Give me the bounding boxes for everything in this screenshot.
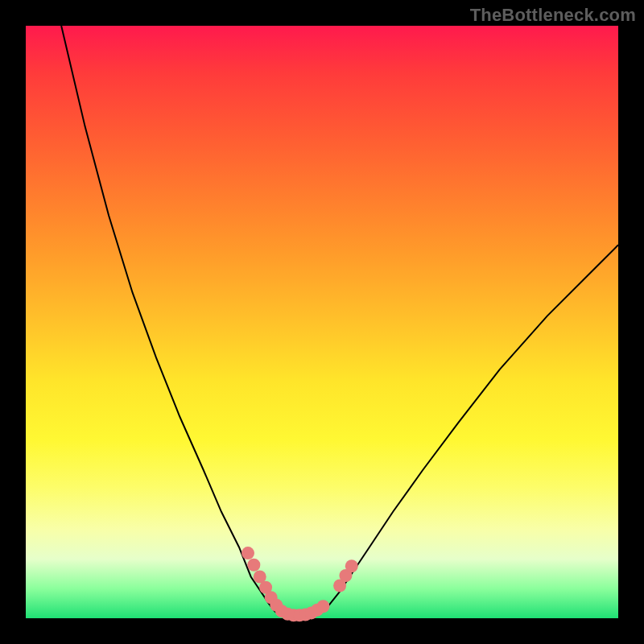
watermark-text: TheBottleneck.com xyxy=(470,5,636,26)
curve-marker xyxy=(345,559,358,572)
chart-stage: TheBottleneck.com xyxy=(0,0,644,644)
curve-markers xyxy=(242,547,358,621)
plot-area xyxy=(26,26,618,618)
curve-marker xyxy=(247,559,260,572)
curve-layer xyxy=(26,26,618,618)
curve-marker xyxy=(316,600,329,613)
bottleneck-curve xyxy=(61,26,618,618)
curve-marker xyxy=(242,547,254,559)
